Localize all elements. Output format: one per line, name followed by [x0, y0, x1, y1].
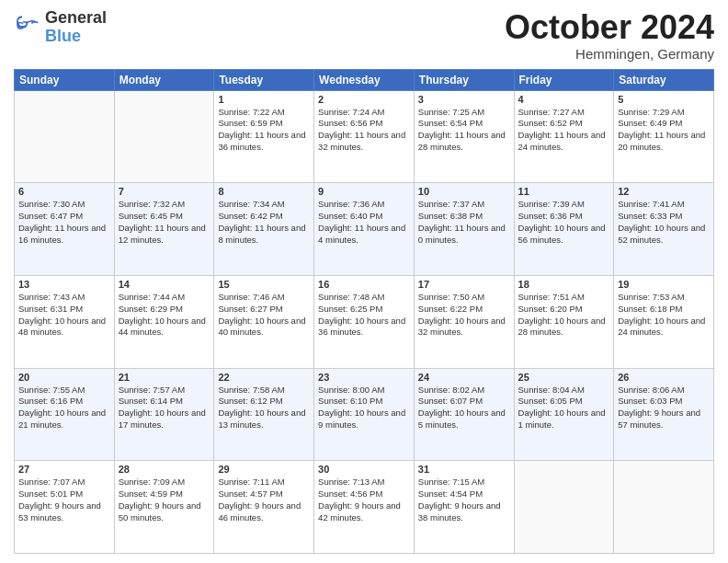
- svg-text:G: G: [17, 19, 24, 30]
- header: G General Blue October 2024 Hemmingen, G…: [14, 9, 714, 62]
- day-info: Sunrise: 8:04 AMSunset: 6:05 PMDaylight:…: [518, 385, 610, 431]
- day-number: 21: [119, 372, 210, 383]
- day-number: 14: [119, 279, 210, 290]
- day-number: 20: [18, 372, 110, 383]
- weekday-header-saturday: Saturday: [614, 69, 714, 90]
- day-number: 18: [518, 279, 610, 290]
- day-number: 9: [318, 186, 410, 197]
- day-number: 26: [618, 372, 710, 383]
- day-info: Sunrise: 7:29 AMSunset: 6:49 PMDaylight:…: [618, 107, 710, 154]
- day-number: 17: [418, 279, 510, 290]
- month-title: October 2024: [505, 9, 714, 46]
- day-info: Sunrise: 7:55 AMSunset: 6:16 PMDaylight:…: [18, 385, 110, 431]
- day-number: 8: [218, 186, 310, 197]
- day-cell: 1Sunrise: 7:22 AMSunset: 6:59 PMDaylight…: [214, 90, 314, 183]
- day-cell: 19Sunrise: 7:53 AMSunset: 6:18 PMDayligh…: [614, 275, 714, 368]
- day-number: 4: [518, 94, 610, 105]
- day-number: 24: [418, 372, 510, 383]
- day-cell: 25Sunrise: 8:04 AMSunset: 6:05 PMDayligh…: [514, 368, 614, 461]
- day-number: 7: [119, 186, 210, 197]
- day-info: Sunrise: 7:25 AMSunset: 6:54 PMDaylight:…: [418, 107, 510, 154]
- day-cell: 9Sunrise: 7:36 AMSunset: 6:40 PMDaylight…: [314, 183, 415, 276]
- day-info: Sunrise: 7:07 AMSunset: 5:01 PMDaylight:…: [18, 477, 110, 523]
- day-number: 30: [318, 464, 410, 475]
- day-cell: 14Sunrise: 7:44 AMSunset: 6:29 PMDayligh…: [114, 275, 214, 368]
- day-cell: 12Sunrise: 7:41 AMSunset: 6:33 PMDayligh…: [614, 183, 714, 276]
- day-cell: 24Sunrise: 8:02 AMSunset: 6:07 PMDayligh…: [414, 368, 514, 461]
- day-cell: 27Sunrise: 7:07 AMSunset: 5:01 PMDayligh…: [15, 461, 115, 554]
- day-number: 12: [618, 186, 710, 197]
- day-info: Sunrise: 7:22 AMSunset: 6:59 PMDaylight:…: [218, 107, 310, 154]
- day-info: Sunrise: 7:57 AMSunset: 6:14 PMDaylight:…: [119, 385, 210, 431]
- title-section: October 2024 Hemmingen, Germany: [505, 9, 714, 62]
- day-info: Sunrise: 7:37 AMSunset: 6:38 PMDaylight:…: [418, 199, 510, 246]
- day-cell: 23Sunrise: 8:00 AMSunset: 6:10 PMDayligh…: [314, 368, 415, 461]
- day-info: Sunrise: 7:27 AMSunset: 6:52 PMDaylight:…: [518, 107, 610, 154]
- day-number: 6: [18, 186, 110, 197]
- weekday-header-monday: Monday: [114, 69, 214, 90]
- day-number: 29: [218, 464, 310, 475]
- day-cell: 2Sunrise: 7:24 AMSunset: 6:56 PMDaylight…: [314, 90, 415, 183]
- calendar-table: SundayMondayTuesdayWednesdayThursdayFrid…: [14, 69, 714, 554]
- day-number: 13: [18, 279, 110, 290]
- weekday-header-friday: Friday: [514, 69, 614, 90]
- day-number: 16: [318, 279, 410, 290]
- day-info: Sunrise: 7:30 AMSunset: 6:47 PMDaylight:…: [18, 199, 110, 246]
- logo-icon: G: [14, 14, 41, 41]
- day-cell: 30Sunrise: 7:13 AMSunset: 4:56 PMDayligh…: [314, 461, 415, 554]
- day-cell: 5Sunrise: 7:29 AMSunset: 6:49 PMDaylight…: [614, 90, 714, 183]
- day-info: Sunrise: 7:15 AMSunset: 4:54 PMDaylight:…: [418, 477, 510, 523]
- day-cell: 13Sunrise: 7:43 AMSunset: 6:31 PMDayligh…: [15, 275, 115, 368]
- day-info: Sunrise: 7:53 AMSunset: 6:18 PMDaylight:…: [618, 292, 710, 339]
- day-number: 22: [218, 372, 310, 383]
- logo-general-text: General: [45, 9, 107, 28]
- day-number: 23: [318, 372, 410, 383]
- day-cell: 8Sunrise: 7:34 AMSunset: 6:42 PMDaylight…: [214, 183, 314, 276]
- logo-blue-text: Blue: [45, 28, 107, 46]
- day-cell: 10Sunrise: 7:37 AMSunset: 6:38 PMDayligh…: [414, 183, 514, 276]
- day-info: Sunrise: 8:00 AMSunset: 6:10 PMDaylight:…: [318, 385, 410, 431]
- weekday-header-sunday: Sunday: [15, 69, 115, 90]
- location: Hemmingen, Germany: [505, 46, 714, 62]
- weekday-header-thursday: Thursday: [414, 69, 514, 90]
- day-info: Sunrise: 8:02 AMSunset: 6:07 PMDaylight:…: [418, 385, 510, 431]
- day-number: 15: [218, 279, 310, 290]
- day-cell: 28Sunrise: 7:09 AMSunset: 4:59 PMDayligh…: [114, 461, 214, 554]
- day-cell: 31Sunrise: 7:15 AMSunset: 4:54 PMDayligh…: [414, 461, 514, 554]
- day-number: 28: [119, 464, 210, 475]
- day-info: Sunrise: 7:13 AMSunset: 4:56 PMDaylight:…: [318, 477, 410, 523]
- day-cell: 18Sunrise: 7:51 AMSunset: 6:20 PMDayligh…: [514, 275, 614, 368]
- day-info: Sunrise: 7:46 AMSunset: 6:27 PMDaylight:…: [218, 292, 310, 339]
- day-cell: 3Sunrise: 7:25 AMSunset: 6:54 PMDaylight…: [414, 90, 514, 183]
- week-row-4: 20Sunrise: 7:55 AMSunset: 6:16 PMDayligh…: [15, 368, 714, 461]
- day-info: Sunrise: 7:51 AMSunset: 6:20 PMDaylight:…: [518, 292, 610, 339]
- day-info: Sunrise: 7:09 AMSunset: 4:59 PMDaylight:…: [119, 477, 210, 523]
- day-info: Sunrise: 7:24 AMSunset: 6:56 PMDaylight:…: [318, 107, 410, 154]
- day-number: 11: [518, 186, 610, 197]
- day-cell: 6Sunrise: 7:30 AMSunset: 6:47 PMDaylight…: [15, 183, 115, 276]
- day-info: Sunrise: 7:41 AMSunset: 6:33 PMDaylight:…: [618, 199, 710, 246]
- week-row-5: 27Sunrise: 7:07 AMSunset: 5:01 PMDayligh…: [15, 461, 714, 554]
- week-row-1: 1Sunrise: 7:22 AMSunset: 6:59 PMDaylight…: [15, 90, 714, 183]
- week-row-3: 13Sunrise: 7:43 AMSunset: 6:31 PMDayligh…: [15, 275, 714, 368]
- day-cell: 26Sunrise: 8:06 AMSunset: 6:03 PMDayligh…: [614, 368, 714, 461]
- day-number: 5: [618, 94, 710, 105]
- day-number: 19: [618, 279, 710, 290]
- day-number: 31: [418, 464, 510, 475]
- logo-text: General Blue: [45, 9, 107, 46]
- day-cell: [114, 90, 214, 183]
- day-number: 25: [518, 372, 610, 383]
- day-info: Sunrise: 7:36 AMSunset: 6:40 PMDaylight:…: [318, 199, 410, 246]
- day-cell: 22Sunrise: 7:58 AMSunset: 6:12 PMDayligh…: [214, 368, 314, 461]
- page: G General Blue October 2024 Hemmingen, G…: [0, 0, 728, 563]
- day-info: Sunrise: 7:32 AMSunset: 6:45 PMDaylight:…: [119, 199, 210, 246]
- logo: G General Blue: [14, 9, 107, 46]
- day-info: Sunrise: 8:06 AMSunset: 6:03 PMDaylight:…: [618, 385, 710, 431]
- day-number: 27: [18, 464, 110, 475]
- day-cell: [15, 90, 115, 183]
- day-info: Sunrise: 7:44 AMSunset: 6:29 PMDaylight:…: [119, 292, 210, 339]
- day-cell: [614, 461, 714, 554]
- weekday-row: SundayMondayTuesdayWednesdayThursdayFrid…: [15, 69, 714, 90]
- day-number: 1: [218, 94, 310, 105]
- day-cell: 11Sunrise: 7:39 AMSunset: 6:36 PMDayligh…: [514, 183, 614, 276]
